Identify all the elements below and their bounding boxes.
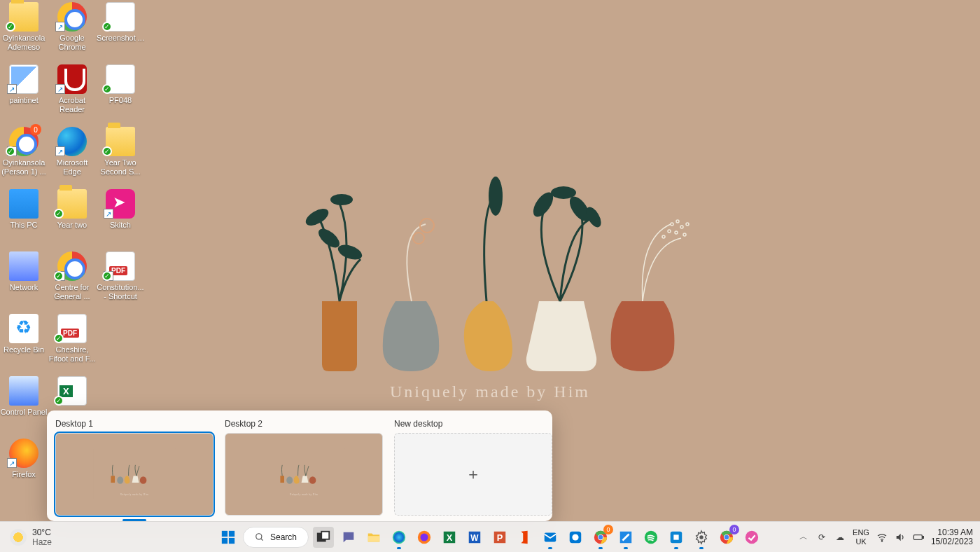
- shortcut-arrow-icon: ↗: [55, 84, 65, 94]
- chevron-up-icon[interactable]: ︿: [798, 532, 809, 543]
- search-placeholder: Search: [270, 532, 297, 542]
- icon-label: This PC: [0, 221, 48, 230]
- icon-label: Skitch: [97, 221, 144, 230]
- svg-point-23: [256, 533, 262, 539]
- sync-ok-icon: [6, 22, 15, 32]
- svg-point-38: [572, 534, 578, 540]
- desktop-icon-chrome[interactable]: ↗Centre for General ...: [48, 251, 96, 301]
- sync-ok-icon: [102, 146, 112, 156]
- icon-label: Microsoft Edge: [48, 158, 96, 177]
- taskbar-app-pink[interactable]: [741, 527, 762, 548]
- onedrive-icon[interactable]: ☁: [834, 532, 846, 543]
- new-desktop[interactable]: New desktop ＋: [394, 419, 552, 513]
- icon-label: Year two: [48, 221, 96, 230]
- svg-text:W: W: [470, 532, 479, 542]
- desktop-icon-controlpanel[interactable]: Control Panel: [0, 376, 48, 417]
- vd-thumbnail[interactable]: [225, 433, 383, 516]
- taskbar-settings[interactable]: [691, 527, 712, 548]
- new-desktop-button[interactable]: ＋: [394, 433, 552, 516]
- recycle-icon: [9, 314, 38, 343]
- virtual-desktop-2[interactable]: Desktop 2: [225, 419, 383, 513]
- sync-ok-icon: [102, 271, 112, 281]
- svg-rect-21: [222, 537, 227, 543]
- taskbar-mail[interactable]: [540, 527, 561, 548]
- icon-label: Oyinkansola Ademeso: [0, 34, 48, 52]
- svg-point-48: [724, 534, 729, 539]
- shortcut-arrow-icon: ↗: [7, 458, 17, 468]
- svg-rect-51: [913, 534, 922, 539]
- sync-ok-icon: [54, 333, 64, 343]
- desktop-icon-acrobat[interactable]: ↗Acrobat Reader: [48, 64, 96, 114]
- icon-label: paintinet: [0, 96, 48, 105]
- svg-rect-22: [229, 537, 234, 543]
- taskbar-tips[interactable]: [565, 527, 586, 548]
- sync-ok-icon: [102, 22, 112, 32]
- taskbar-excel[interactable]: X: [439, 527, 460, 548]
- desktop-icon-chrome[interactable]: ↗Google Chrome: [48, 2, 96, 52]
- sync-ok-icon: [54, 271, 64, 281]
- desktop-icon-chrome[interactable]: ↗Oyinkansola (Person 1) ...: [0, 127, 48, 177]
- desktop-icon-excel[interactable]: [48, 376, 96, 408]
- weather-cond: Haze: [32, 537, 52, 547]
- taskbar-office[interactable]: [514, 527, 536, 548]
- icon-label: Firefox: [0, 470, 48, 479]
- taskbar-task-view[interactable]: [313, 527, 334, 548]
- taskbar-tool-blue[interactable]: [666, 527, 687, 548]
- desktop-icon-folder[interactable]: Oyinkansola Ademeso: [0, 2, 48, 52]
- weather-widget[interactable]: 30°C Haze: [0, 527, 62, 547]
- shortcut-arrow-icon: ↗: [55, 22, 65, 32]
- volume-icon[interactable]: [895, 532, 906, 543]
- svg-text:P: P: [497, 532, 503, 542]
- taskbar-word[interactable]: W: [464, 527, 485, 548]
- taskbar-chrome[interactable]: 0: [590, 527, 611, 548]
- desktop-icon-edge[interactable]: ↗Microsoft Edge: [48, 127, 96, 177]
- taskbar-edge[interactable]: [388, 527, 410, 548]
- sync-icon[interactable]: ⟳: [816, 532, 827, 543]
- desktop-icon-firefox[interactable]: ↗Firefox: [0, 439, 48, 479]
- desktop-icon-network[interactable]: Network: [0, 251, 48, 292]
- icon-label: Cheshire, Fifoot and F...: [48, 345, 96, 364]
- desktop-icon-folder[interactable]: Year Two Second S...: [97, 127, 144, 177]
- controlpanel-icon: [9, 376, 38, 406]
- desktop-icon-pdf[interactable]: Cheshire, Fifoot and F...: [48, 314, 96, 364]
- svg-rect-25: [321, 531, 329, 539]
- taskbar-powerpoint[interactable]: P: [489, 527, 510, 548]
- svg-point-45: [699, 535, 704, 539]
- clock[interactable]: 10:39 AM 15/02/2023: [931, 528, 973, 546]
- taskbar-chrome-2[interactable]: 0: [716, 527, 737, 548]
- desktop-icon-paint[interactable]: ↗paintinet: [0, 64, 48, 105]
- taskbar-firefox[interactable]: [414, 527, 435, 548]
- icon-label: Recycle Bin: [0, 345, 48, 354]
- sync-ok-icon: [54, 209, 64, 219]
- battery-icon[interactable]: [913, 532, 924, 543]
- taskbar-start[interactable]: [218, 527, 239, 548]
- desktop-icon-thispc[interactable]: This PC: [0, 189, 48, 230]
- language-indicator[interactable]: ENG UK: [853, 528, 869, 546]
- desktop-icon-recycle[interactable]: Recycle Bin: [0, 314, 48, 354]
- desktop-icon-page[interactable]: Screenshot ...: [97, 2, 144, 43]
- taskbar-snip[interactable]: [615, 527, 636, 548]
- sync-ok-icon: [102, 84, 112, 94]
- search-input[interactable]: Search: [243, 527, 309, 548]
- virtual-desktop-1[interactable]: Desktop 1: [55, 419, 214, 513]
- desktop-icon-skitch[interactable]: ↗Skitch: [97, 189, 144, 230]
- svg-point-27: [393, 530, 405, 543]
- desktop-icon-word[interactable]: PF048: [97, 64, 144, 105]
- vd-thumbnail[interactable]: [55, 433, 214, 516]
- icon-label: PF048: [97, 96, 144, 105]
- taskbar-file-explorer[interactable]: [363, 527, 384, 548]
- badge: 0: [729, 525, 739, 534]
- svg-rect-26: [368, 536, 380, 541]
- svg-point-49: [746, 530, 758, 543]
- svg-rect-19: [222, 530, 227, 536]
- wifi-icon[interactable]: [876, 532, 888, 543]
- taskbar-chat[interactable]: [338, 527, 359, 548]
- sync-ok-icon: [6, 146, 15, 156]
- search-icon: [255, 532, 265, 542]
- desktop-icon-pdf[interactable]: ↗Constitution... - Shortcut: [97, 251, 144, 301]
- svg-point-29: [421, 533, 428, 541]
- icon-label: Centre for General ...: [48, 283, 96, 301]
- icon-label: Year Two Second S...: [97, 158, 144, 177]
- desktop-icon-folder[interactable]: Year two: [48, 189, 96, 230]
- taskbar-spotify[interactable]: [640, 527, 662, 548]
